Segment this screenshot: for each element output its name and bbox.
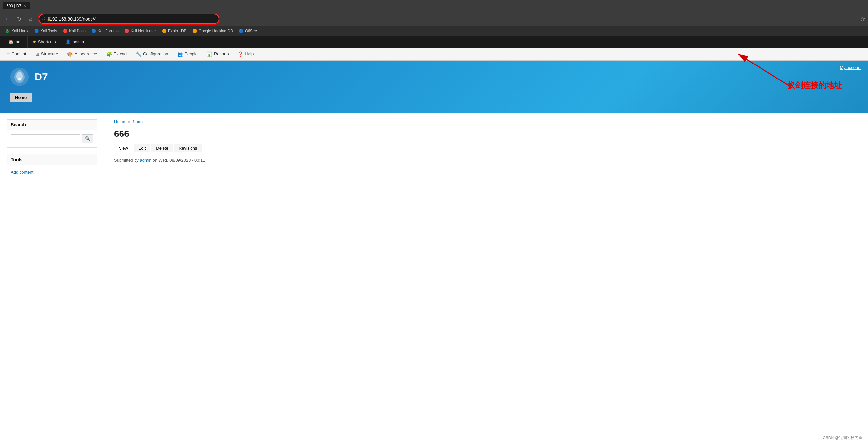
search-submit-button[interactable]: 🔍 bbox=[82, 134, 93, 143]
submitted-text: Submitted by admin on Wed, 08/09/2023 - … bbox=[114, 158, 858, 162]
drupal-admin-bar: 🏠 age ★ Shortcuts 👤 admin bbox=[0, 36, 868, 48]
tools-block-content: Add content bbox=[7, 165, 97, 179]
browser-bookmarks-bar: 🐉 Kali Linux 🔵 Kali Tools 🔴 Kali Docs 🔵 … bbox=[0, 26, 868, 36]
content-wrapper: Search 🔍 Tools Add content Home » bbox=[0, 113, 868, 193]
add-content-link[interactable]: Add content bbox=[11, 169, 93, 175]
site-header: My account D7 Home 蚁剑连接的地址 bbox=[0, 61, 868, 113]
nav-item-help[interactable]: ❓ Help bbox=[233, 48, 258, 60]
google-hacking-db-icon: 🟠 bbox=[192, 29, 197, 33]
sidebar: Search 🔍 Tools Add content bbox=[0, 113, 104, 193]
search-form: 🔍 bbox=[11, 134, 93, 143]
annotation-text: 蚁剑连接的地址 bbox=[787, 80, 842, 91]
bookmark-label: Exploit-DB bbox=[168, 29, 187, 33]
bookmark-star-button[interactable]: ☆ bbox=[860, 15, 865, 23]
bookmark-kali-linux[interactable]: 🐉 Kali Linux bbox=[3, 28, 31, 34]
admin-bar-home[interactable]: 🏠 age bbox=[4, 36, 28, 48]
offsec-icon: 🔵 bbox=[239, 29, 244, 33]
admin-bar-user-label: admin bbox=[73, 39, 84, 44]
site-name: D7 bbox=[34, 71, 48, 83]
bookmark-offsec[interactable]: 🔵 OffSec bbox=[236, 28, 259, 34]
tab-view[interactable]: View bbox=[114, 144, 133, 152]
nav-item-content[interactable]: ≡ Content bbox=[3, 48, 31, 60]
search-block-content: 🔍 bbox=[7, 130, 97, 147]
tab-delete[interactable]: Delete bbox=[151, 144, 173, 152]
submitted-user-link[interactable]: admin bbox=[140, 158, 151, 162]
shortcuts-star-icon: ★ bbox=[32, 39, 36, 44]
home-nav-button[interactable]: Home bbox=[10, 93, 32, 102]
tab-label: 600 | D7 bbox=[6, 4, 21, 8]
reload-button[interactable]: ↻ bbox=[14, 14, 24, 24]
people-icon: 👥 bbox=[177, 52, 183, 57]
bookmark-label: Kali Linux bbox=[11, 29, 28, 33]
admin-bar-admin[interactable]: 👤 admin bbox=[61, 36, 89, 48]
nav-structure-label: Structure bbox=[41, 52, 58, 56]
tab-close-icon[interactable]: ✕ bbox=[23, 4, 26, 8]
breadcrumb-home[interactable]: Home bbox=[114, 119, 125, 124]
address-input[interactable] bbox=[39, 14, 219, 24]
svg-point-2 bbox=[18, 78, 22, 80]
bookmark-label: OffSec bbox=[245, 29, 257, 33]
nav-extend-label: Extend bbox=[114, 52, 127, 56]
bookmark-kali-nethunter[interactable]: 🔴 Kali NetHunter bbox=[122, 28, 159, 34]
help-icon: ❓ bbox=[238, 52, 243, 57]
bookmark-kali-tools[interactable]: 🔵 Kali Tools bbox=[32, 28, 60, 34]
bookmark-kali-forums[interactable]: 🔵 Kali Forums bbox=[89, 28, 121, 34]
nav-item-extend[interactable]: 🧩 Extend bbox=[102, 48, 131, 60]
nav-item-structure[interactable]: ⊞ Structure bbox=[31, 48, 63, 60]
home-button[interactable]: ⌂ bbox=[26, 14, 35, 24]
content-icon: ≡ bbox=[7, 52, 10, 57]
admin-bar-shortcuts-label: Shortcuts bbox=[38, 39, 56, 44]
breadcrumb-separator: » bbox=[128, 119, 130, 124]
nav-item-configuration[interactable]: 🔧 Configuration bbox=[131, 48, 173, 60]
kali-nethunter-icon: 🔴 bbox=[124, 29, 129, 33]
nav-item-people[interactable]: 👥 People bbox=[173, 48, 202, 60]
search-input[interactable] bbox=[11, 134, 81, 143]
page-title: 666 bbox=[114, 129, 858, 139]
configuration-icon: 🔧 bbox=[136, 52, 142, 57]
bookmark-google-hacking-db[interactable]: 🟠 Google Hacking DB bbox=[190, 28, 236, 34]
bookmark-label: Kali Tools bbox=[40, 29, 57, 33]
submitted-suffix: on Wed, 08/09/2023 - 00:11 bbox=[151, 158, 205, 162]
main-content: Home » Node 666 View Edit Delete Revisio… bbox=[104, 113, 868, 193]
browser-titlebar: 600 | D7 ✕ bbox=[0, 0, 868, 12]
drupal-logo bbox=[10, 67, 29, 87]
drupal-main-nav: ≡ Content ⊞ Structure 🎨 Appearance 🧩 Ext… bbox=[0, 48, 868, 61]
admin-bar-age-label: age bbox=[16, 39, 23, 44]
address-bar-security-icons: 🛡 🔒 bbox=[41, 17, 52, 21]
search-block: Search 🔍 bbox=[6, 119, 97, 148]
address-bar-outline: 🛡 🔒 bbox=[38, 13, 220, 25]
nav-item-appearance[interactable]: 🎨 Appearance bbox=[63, 48, 102, 60]
bookmark-exploit-db[interactable]: 🟠 Exploit-DB bbox=[159, 28, 189, 34]
admin-user-icon: 👤 bbox=[65, 39, 71, 44]
breadcrumb: Home » Node bbox=[114, 119, 858, 124]
site-nav: Home bbox=[10, 93, 32, 102]
annotation-container: 蚁剑连接的地址 bbox=[787, 80, 842, 91]
bookmark-kali-docs[interactable]: 🔴 Kali Docs bbox=[60, 28, 88, 34]
browser-toolbar: ← ↻ ⌂ 🛡 🔒 ☆ bbox=[0, 12, 868, 26]
kali-docs-icon: 🔴 bbox=[63, 29, 68, 33]
tools-block-title: Tools bbox=[7, 154, 97, 165]
breadcrumb-node[interactable]: Node bbox=[132, 119, 143, 124]
tools-block: Tools Add content bbox=[6, 154, 97, 179]
kali-forums-icon: 🔵 bbox=[92, 29, 96, 33]
back-button[interactable]: ← bbox=[3, 14, 12, 24]
tab-revisions[interactable]: Revisions bbox=[174, 144, 202, 152]
structure-icon: ⊞ bbox=[35, 52, 39, 57]
reports-icon: 📊 bbox=[207, 52, 212, 57]
bookmark-label: Kali Docs bbox=[69, 29, 86, 33]
bookmark-label: Kali Forums bbox=[98, 29, 119, 33]
nav-appearance-label: Appearance bbox=[74, 52, 97, 56]
nav-content-label: Content bbox=[11, 52, 26, 56]
appearance-icon: 🎨 bbox=[67, 52, 73, 57]
nav-reports-label: Reports bbox=[214, 52, 229, 56]
nav-configuration-label: Configuration bbox=[143, 52, 168, 56]
address-bar-wrapper: 🛡 🔒 bbox=[39, 14, 219, 24]
my-account-link[interactable]: My account bbox=[840, 65, 862, 70]
security-icon: 🛡 bbox=[41, 17, 45, 21]
tab-edit[interactable]: Edit bbox=[133, 144, 151, 152]
submitted-prefix: Submitted by bbox=[114, 158, 140, 162]
browser-tab-active[interactable]: 600 | D7 ✕ bbox=[3, 2, 30, 9]
search-icon: 🔍 bbox=[85, 136, 90, 141]
nav-item-reports[interactable]: 📊 Reports bbox=[202, 48, 234, 60]
admin-bar-shortcuts[interactable]: ★ Shortcuts bbox=[28, 36, 61, 48]
